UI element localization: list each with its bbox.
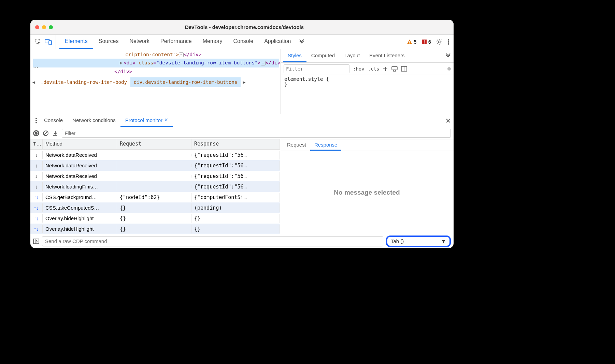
detail-tab-request[interactable]: Request (283, 139, 310, 151)
tab-sources[interactable]: Sources (93, 35, 124, 49)
detail-tab-response[interactable]: Response (310, 139, 342, 151)
svg-point-16 (35, 118, 37, 119)
table-row[interactable]: ↓Network.loadingFinis…{"requestId":"56… (30, 181, 280, 192)
close-window-button[interactable] (35, 25, 39, 29)
tab-memory[interactable]: Memory (197, 35, 228, 49)
errors-badge[interactable]: 6 (421, 39, 431, 45)
close-tab-icon[interactable]: × (165, 117, 168, 124)
table-row[interactable]: ↓Network.dataReceived{"requestId":"56… (30, 171, 280, 181)
warnings-badge[interactable]: 5 (407, 39, 416, 45)
direction-icon: ↓ (30, 172, 43, 180)
protocol-detail-tabs: RequestResponse (280, 139, 454, 151)
protocol-filter-input[interactable] (62, 129, 451, 138)
drawer-tabs: ConsoleNetwork conditionsProtocol monito… (30, 114, 454, 127)
direction-icon: ↑↓ (30, 203, 43, 212)
more-tabs-icon[interactable] (298, 39, 305, 45)
direction-icon: ↑↓ (30, 193, 43, 201)
styles-tab-layout[interactable]: Layout (340, 49, 364, 62)
expand-triangle-icon[interactable] (120, 61, 122, 65)
svg-rect-7 (424, 43, 425, 44)
main-toolbar: ElementsSourcesNetworkPerformanceMemoryC… (30, 35, 454, 49)
errors-count: 6 (428, 39, 431, 45)
svg-rect-22 (33, 239, 39, 244)
svg-rect-6 (424, 40, 425, 43)
breadcrumb-next-icon[interactable]: ▶ (241, 79, 247, 85)
collapsed-icon[interactable]: ⋯ (179, 52, 184, 57)
styles-more-tabs-icon[interactable] (445, 52, 452, 59)
tab-network[interactable]: Network (124, 35, 155, 49)
dom-overflow-icon[interactable]: ⋯ (33, 64, 39, 71)
drawer-kebab-icon[interactable] (33, 118, 39, 124)
new-style-rule-icon[interactable] (383, 66, 388, 72)
toggle-sidebar-icon[interactable] (33, 238, 39, 244)
window-title: DevTools - developer.chrome.com/docs/dev… (40, 24, 449, 30)
protocol-rows[interactable]: ↓Network.dataReceived{"requestId":"56…↓N… (30, 150, 280, 234)
breadcrumbs: ◀ .devsite-landing-row-item-body div.dev… (30, 76, 281, 88)
hov-toggle[interactable]: :hov (353, 66, 364, 72)
chevron-down-icon: ▼ (441, 238, 446, 244)
tab-performance[interactable]: Performance (155, 35, 197, 49)
target-select[interactable]: Tab () ▼ (386, 236, 451, 247)
svg-rect-4 (410, 43, 410, 44)
svg-point-11 (448, 43, 449, 45)
col-response[interactable]: Response (191, 139, 280, 149)
record-icon[interactable] (33, 130, 39, 136)
kebab-menu-icon[interactable] (447, 39, 449, 45)
table-row[interactable]: ↓Network.dataReceived{"requestId":"56… (30, 150, 280, 160)
breadcrumb-prev-icon[interactable]: ◀ (30, 79, 37, 85)
protocol-table: T… Method Request Response ↓Network.data… (30, 139, 280, 234)
clear-icon[interactable] (43, 130, 49, 136)
collapsed-icon[interactable]: ⋯ (261, 61, 266, 65)
cls-toggle[interactable]: .cls (368, 66, 380, 72)
table-row[interactable]: ↑↓CSS.takeComputedS…{}(pending) (30, 202, 280, 213)
close-drawer-icon[interactable] (445, 118, 451, 123)
settings-icon[interactable] (436, 39, 443, 45)
breadcrumb-item[interactable]: .devsite-landing-row-item-body (37, 77, 130, 87)
svg-point-18 (35, 122, 37, 123)
col-request[interactable]: Request (117, 139, 191, 149)
styles-tab-event-listeners[interactable]: Event Listeners (364, 49, 409, 62)
svg-rect-13 (394, 70, 396, 71)
col-method[interactable]: Method (43, 139, 117, 149)
svg-rect-2 (49, 41, 52, 45)
styles-tab-styles[interactable]: Styles (283, 49, 306, 62)
device-toolbar-icon[interactable] (45, 39, 52, 45)
tab-application[interactable]: Application (259, 35, 296, 49)
table-row[interactable]: ↑↓Overlay.hideHighlight{}{} (30, 213, 280, 224)
svg-rect-3 (410, 41, 410, 43)
drawer: ConsoleNetwork conditionsProtocol monito… (30, 114, 454, 248)
styles-tab-computed[interactable]: Computed (306, 49, 340, 62)
col-type[interactable]: T… (30, 139, 43, 149)
computed-panel-icon[interactable] (401, 66, 407, 72)
drawer-tab-network-conditions[interactable]: Network conditions (68, 114, 120, 127)
tab-elements[interactable]: Elements (59, 35, 93, 49)
inspect-element-icon[interactable] (34, 39, 41, 45)
direction-icon: ↑↓ (30, 214, 43, 223)
main-tabs: ElementsSourcesNetworkPerformanceMemoryC… (59, 35, 296, 49)
protocol-table-header: T… Method Request Response (30, 139, 280, 150)
styles-body[interactable]: element.style { } (281, 75, 454, 89)
drawer-footer: Tab () ▼ (30, 234, 454, 248)
drawer-tab-protocol-monitor[interactable]: Protocol monitor× (120, 114, 173, 127)
protocol-detail: RequestResponse No message selected (280, 139, 454, 234)
svg-point-8 (438, 41, 440, 43)
dom-tree[interactable]: cription-content">⋯</div> <div class="de… (30, 49, 281, 76)
breadcrumb-item-selected[interactable]: div.devsite-landing-row-item-buttons (130, 77, 241, 87)
styles-filter-input[interactable] (284, 64, 349, 73)
table-row[interactable]: ↑↓Overlay.hideHighlight{}{} (30, 224, 280, 234)
cdp-command-input[interactable] (42, 236, 383, 246)
table-row[interactable]: ↓Network.dataReceived{"requestId":"56… (30, 160, 280, 171)
direction-icon: ↓ (30, 161, 43, 170)
svg-point-9 (448, 39, 449, 41)
styles-tabs: StylesComputedLayoutEvent Listeners (281, 49, 454, 63)
flexbox-editor-icon[interactable] (391, 66, 398, 72)
svg-point-17 (35, 120, 37, 121)
elements-panel: cription-content">⋯</div> <div class="de… (30, 49, 454, 114)
scroll-indicator (447, 67, 451, 71)
direction-icon: ↓ (30, 151, 43, 159)
protocol-detail-empty: No message selected (280, 151, 454, 234)
table-row[interactable]: ↑↓CSS.getBackground…{"nodeId":62}{"compu… (30, 192, 280, 202)
drawer-tab-console[interactable]: Console (39, 114, 68, 127)
save-icon[interactable] (52, 130, 58, 136)
tab-console[interactable]: Console (228, 35, 259, 49)
